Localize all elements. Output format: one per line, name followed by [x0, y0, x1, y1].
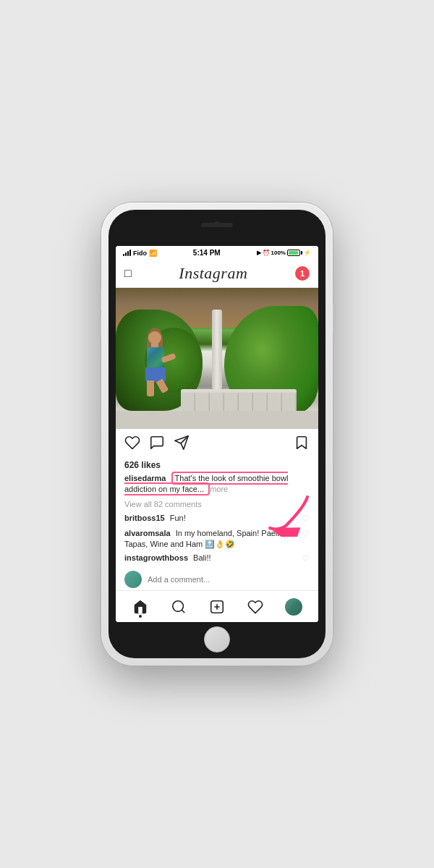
scene-ground: [116, 411, 318, 429]
comment-text: britboss15 Fun!: [124, 513, 297, 524]
actions-bar: [116, 429, 318, 460]
app-logo: Instagram: [179, 264, 247, 283]
caption-more-button[interactable]: more: [210, 485, 228, 493]
speaker: [201, 223, 233, 227]
comment-button[interactable]: [149, 435, 165, 454]
signal-icon: [123, 250, 131, 256]
notification-badge[interactable]: 1: [295, 266, 310, 281]
screen-content[interactable]: 626 likes elisedarma That's the look of …: [116, 288, 318, 622]
svg-line-4: [182, 610, 184, 613]
comment-row: britboss15 Fun! ♡: [116, 511, 318, 527]
home-icon: [132, 599, 148, 615]
svg-point-3: [173, 600, 184, 611]
add-icon: [209, 599, 225, 615]
heart-icon: [247, 599, 263, 615]
screen: Fido 📶 5:14 PM ▶ ⏰ 100% ⚡: [116, 246, 318, 622]
battery-icon: [287, 250, 302, 256]
scene-person: [134, 328, 188, 404]
comment-username-2: alvaromsala: [124, 529, 171, 537]
bottom-nav: [116, 590, 318, 622]
comment-username-3: instagrowthboss: [124, 553, 188, 562]
comment-content-1: Fun!: [170, 514, 186, 522]
location-icon: ▶: [257, 250, 261, 256]
add-comment-row: [116, 566, 318, 592]
nav-search[interactable]: [164, 591, 193, 622]
charge-icon: ⚡: [304, 250, 311, 256]
comment-heart-3[interactable]: ♡: [302, 553, 310, 565]
view-comments-button[interactable]: View all 82 comments: [116, 500, 318, 511]
comment-text-2: alvaromsala In my homeland, Spain! Paell…: [124, 528, 297, 550]
phone-frame: Fido 📶 5:14 PM ▶ ⏰ 100% ⚡: [101, 203, 333, 665]
status-bar: Fido 📶 5:14 PM ▶ ⏰ 100% ⚡: [116, 246, 318, 260]
search-icon: [171, 599, 187, 615]
camera-button[interactable]: □: [124, 267, 132, 280]
comment-row-2: alvaromsala In my homeland, Spain! Paell…: [116, 527, 318, 552]
bookmark-button[interactable]: [294, 435, 310, 454]
status-left: Fido 📶: [123, 250, 157, 257]
comment-content-3: Bali!!: [193, 553, 210, 562]
carrier-label: Fido: [133, 250, 147, 257]
caption: elisedarma That's the look of smoothie b…: [116, 473, 318, 500]
nav-add[interactable]: [203, 591, 231, 622]
comment-heart-2[interactable]: ♡: [302, 528, 310, 540]
add-comment-input[interactable]: [148, 575, 310, 584]
power-button: [333, 304, 336, 333]
comment-row-3: instagrowthboss Bali!! ♡: [116, 551, 318, 566]
actions-left: [124, 435, 190, 454]
active-indicator: [139, 615, 142, 618]
share-button[interactable]: [174, 435, 190, 454]
volume-up-button: [98, 289, 101, 310]
caption-username[interactable]: elisedarma: [124, 474, 166, 482]
phone-inner: Fido 📶 5:14 PM ▶ ⏰ 100% ⚡: [109, 210, 326, 658]
comment-username-1: britboss15: [124, 514, 165, 522]
like-button[interactable]: [124, 435, 140, 454]
wifi-icon: 📶: [149, 250, 157, 257]
nav-home[interactable]: [126, 591, 155, 622]
app-header: □ Instagram 1: [116, 260, 318, 288]
alarm-icon: ⏰: [263, 250, 270, 256]
volume-down-button: [98, 317, 101, 337]
user-avatar: [124, 571, 142, 588]
nav-activity[interactable]: [241, 591, 270, 622]
status-right: ▶ ⏰ 100% ⚡: [257, 250, 311, 256]
battery-percent: 100%: [271, 250, 286, 256]
nav-profile[interactable]: [279, 591, 308, 622]
profile-avatar: [285, 598, 302, 616]
home-button[interactable]: [204, 626, 230, 652]
post-image: [116, 288, 318, 429]
comment-heart-1[interactable]: ♡: [302, 513, 310, 525]
time-display: 5:14 PM: [193, 249, 221, 257]
scene-pole: [212, 310, 222, 389]
comment-text-3: instagrowthboss Bali!!: [124, 553, 297, 563]
